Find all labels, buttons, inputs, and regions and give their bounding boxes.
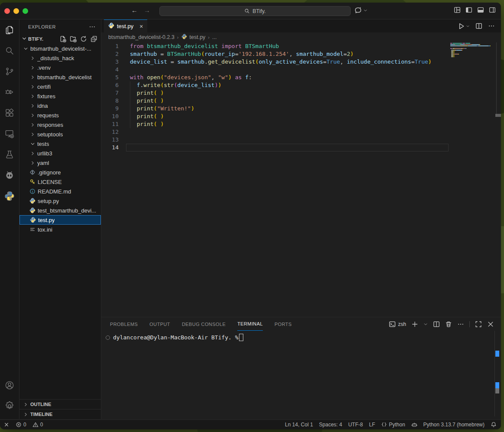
activity-bar-item-source-control[interactable] bbox=[0, 62, 19, 83]
breadcrumb-folder[interactable]: btsmarthub_devicelist-0.2.3 bbox=[108, 34, 174, 40]
tree-item-responses[interactable]: responses bbox=[19, 120, 101, 129]
status-encoding[interactable]: UTF-8 bbox=[348, 422, 363, 428]
toggle-panel-icon[interactable] bbox=[477, 6, 484, 13]
toggle-secondary-sidebar-icon[interactable] bbox=[489, 6, 496, 13]
tree-item-setuptools[interactable]: setuptools bbox=[19, 129, 101, 139]
breadcrumb-symbol[interactable]: ... bbox=[212, 34, 216, 40]
command-center-search[interactable]: BTify. bbox=[159, 6, 351, 16]
toggle-primary-sidebar-icon[interactable] bbox=[465, 6, 472, 13]
back-arrow-icon[interactable]: ← bbox=[131, 6, 138, 14]
code-line-2[interactable]: 2smarthub = BTSmartHub(router_ip='192.16… bbox=[101, 50, 501, 58]
breadcrumb-file[interactable]: test.py bbox=[190, 34, 206, 40]
workspace-section-header[interactable]: BTIFY. bbox=[19, 34, 101, 44]
status-copilot[interactable] bbox=[411, 422, 417, 428]
activity-bar-item-settings[interactable] bbox=[0, 397, 19, 417]
activity-bar-item-accounts[interactable] bbox=[0, 376, 19, 397]
collapse-all-icon[interactable] bbox=[90, 35, 97, 42]
code-line-9[interactable]: 9 print("Written!") bbox=[101, 105, 501, 113]
run-python-file-button[interactable] bbox=[458, 23, 470, 30]
activity-bar-item-testing[interactable] bbox=[0, 145, 19, 166]
status-warnings[interactable]: 0 bbox=[32, 422, 43, 428]
new-folder-icon[interactable] bbox=[70, 35, 77, 42]
more-actions-icon[interactable] bbox=[488, 23, 495, 29]
split-terminal-icon[interactable] bbox=[433, 321, 440, 328]
zoom-window-button[interactable] bbox=[23, 8, 28, 14]
customize-layout-icon[interactable] bbox=[454, 6, 461, 13]
code-line-4[interactable]: 4 bbox=[101, 66, 501, 74]
tree-item-test-btsmarthub-devi-[interactable]: test_btsmarthub_devi... bbox=[19, 206, 101, 215]
status-eol[interactable]: LF bbox=[369, 422, 375, 428]
panel-tab-ports[interactable]: PORTS bbox=[275, 317, 292, 331]
code-lines[interactable]: 1from btsmarthub_devicelist import BTSma… bbox=[101, 42, 501, 152]
tree-item--gitignore[interactable]: .gitignore bbox=[19, 168, 101, 177]
tab-test-py[interactable]: test.py × bbox=[104, 19, 147, 32]
activity-bar-item-remote-explorer[interactable] bbox=[0, 124, 19, 145]
close-window-button[interactable] bbox=[4, 8, 10, 14]
terminal-dropdown-icon[interactable] bbox=[423, 322, 428, 326]
status-language-mode[interactable]: Python bbox=[381, 422, 405, 428]
maximize-panel-icon[interactable] bbox=[475, 321, 482, 328]
activity-bar-item-run-and-debug[interactable] bbox=[0, 83, 19, 103]
code-line-12[interactable]: 12 bbox=[101, 128, 501, 136]
editor-scrollbar[interactable] bbox=[496, 42, 497, 117]
tree-item-tests[interactable]: tests bbox=[19, 139, 101, 148]
code-line-14[interactable]: 14 bbox=[101, 144, 501, 152]
activity-bar-item-extension-alien[interactable] bbox=[0, 166, 19, 187]
new-file-icon[interactable] bbox=[59, 35, 66, 42]
panel-tab-problems[interactable]: PROBLEMS bbox=[110, 317, 138, 331]
code-line-10[interactable]: 10 print( ) bbox=[101, 113, 501, 120]
refresh-icon[interactable] bbox=[80, 35, 87, 42]
panel-tab-terminal[interactable]: TERMINAL bbox=[237, 317, 263, 331]
minimize-window-button[interactable] bbox=[13, 8, 19, 14]
tree-item-license[interactable]: LICENSE bbox=[19, 177, 101, 187]
minimap[interactable] bbox=[449, 43, 496, 82]
explorer-more-actions-icon[interactable] bbox=[89, 23, 96, 30]
code-line-8[interactable]: 8 print( ) bbox=[101, 97, 501, 105]
tree-item-urllib3[interactable]: urllib3 bbox=[19, 148, 101, 158]
status-notifications[interactable] bbox=[491, 422, 497, 428]
tree-item-idna[interactable]: idna bbox=[19, 101, 101, 110]
tree-item--venv[interactable]: .venv bbox=[19, 63, 101, 72]
terminal-scrollbar[interactable] bbox=[494, 331, 501, 416]
kill-terminal-icon[interactable] bbox=[445, 321, 452, 328]
panel-tab-output[interactable]: OUTPUT bbox=[149, 317, 170, 331]
code-line-3[interactable]: 3device_list = smarthub.get_devicelist(o… bbox=[101, 58, 501, 66]
close-tab-icon[interactable]: × bbox=[139, 23, 143, 30]
tree-item-test-py[interactable]: test.py bbox=[19, 215, 101, 225]
tree-item-tox-ini[interactable]: tox.ini bbox=[19, 225, 101, 234]
tree-item-fixtures[interactable]: fixtures bbox=[19, 91, 101, 101]
tree-item-setup-py[interactable]: setup.py bbox=[19, 196, 101, 206]
status-python-interpreter[interactable]: Python 3.13.7 (homebrew) bbox=[423, 422, 485, 428]
status-remote-indicator[interactable] bbox=[3, 422, 10, 428]
terminal-profile[interactable]: zsh bbox=[389, 321, 406, 328]
tree-item-requests[interactable]: requests bbox=[19, 110, 101, 120]
code-line-5[interactable]: 5with open("devices.json", "w") as f: bbox=[101, 74, 501, 81]
copilot-chat-button[interactable] bbox=[354, 6, 368, 14]
activity-bar-item-explorer[interactable] bbox=[0, 20, 19, 41]
code-line-13[interactable]: 13 bbox=[101, 136, 501, 144]
status-cursor-position[interactable]: Ln 14, Col 1 bbox=[285, 422, 313, 428]
timeline-section[interactable]: TIMELINE bbox=[19, 409, 101, 419]
code-line-11[interactable]: 11 print( ) bbox=[101, 120, 501, 128]
activity-bar-item-search[interactable] bbox=[0, 41, 19, 62]
panel-more-actions-icon[interactable] bbox=[457, 321, 464, 328]
editor-scrollbar-slider[interactable] bbox=[495, 114, 501, 117]
command-decoration-icon[interactable] bbox=[106, 335, 110, 340]
code-line-7[interactable]: 7 print( ) bbox=[101, 89, 501, 97]
code-line-1[interactable]: 1from btsmarthub_devicelist import BTSma… bbox=[101, 42, 501, 50]
status-indentation[interactable]: Spaces: 4 bbox=[319, 422, 342, 428]
outline-section[interactable]: OUTLINE bbox=[19, 399, 101, 409]
code-line-6[interactable]: 6 f.write(str(device_list)) bbox=[101, 81, 501, 89]
close-panel-icon[interactable] bbox=[487, 321, 494, 328]
tree-item-readme-md[interactable]: README.md bbox=[19, 187, 101, 196]
tree-item-yaml[interactable]: yaml bbox=[19, 158, 101, 168]
split-editor-icon[interactable] bbox=[475, 23, 482, 29]
tree-item--distutils-hack[interactable]: _distutils_hack bbox=[19, 53, 101, 63]
tree-item-btsmarthub-devicelist-[interactable]: btsmarthub_devicelist-... bbox=[19, 44, 101, 53]
activity-bar-item-extensions[interactable] bbox=[0, 103, 19, 124]
panel-tab-debug-console[interactable]: DEBUG CONSOLE bbox=[182, 317, 226, 331]
new-terminal-icon[interactable] bbox=[411, 321, 418, 328]
tree-item-certifi[interactable]: certifi bbox=[19, 82, 101, 91]
tree-item-btsmarthub-devicelist[interactable]: btsmarthub_devicelist bbox=[19, 72, 101, 82]
forward-arrow-icon[interactable]: → bbox=[144, 6, 150, 14]
